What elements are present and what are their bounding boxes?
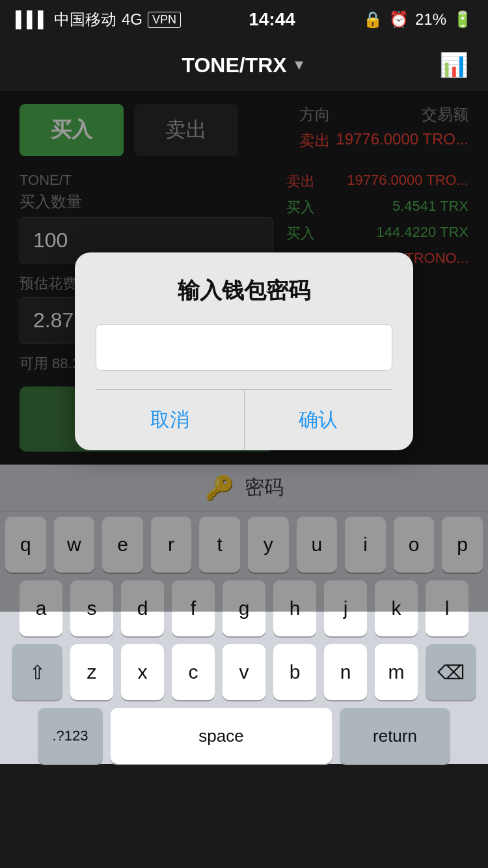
space-key[interactable]: space [111, 708, 332, 764]
return-key[interactable]: return [340, 708, 450, 764]
key-x[interactable]: x [121, 644, 164, 700]
key-m[interactable]: m [375, 644, 418, 700]
status-left: ▌▌▌ 中国移动 4G VPN [16, 9, 181, 30]
dialog-box: 输入钱包密码 取消 确认 [75, 252, 413, 450]
header-title[interactable]: TONE/TRX ▼ [182, 53, 306, 77]
alarm-icon: ⏰ [389, 10, 409, 29]
time-display: 14:44 [249, 9, 295, 30]
status-right: 🔒 ⏰ 21% 🔋 [363, 10, 472, 29]
symbol-key[interactable]: .?123 [38, 708, 103, 764]
battery-icon: 🔋 [453, 10, 472, 29]
cancel-button[interactable]: 取消 [96, 390, 245, 450]
chart-icon[interactable]: 📊 [439, 51, 468, 79]
key-n[interactable]: n [324, 644, 367, 700]
confirm-button[interactable]: 确认 [245, 390, 393, 450]
dropdown-icon: ▼ [292, 57, 306, 74]
signal-icon: ▌▌▌ [16, 10, 49, 29]
header: TONE/TRX ▼ 📊 [0, 39, 488, 91]
bottom-row: .?123 space return [0, 708, 488, 764]
shift-key[interactable]: ⇧ [12, 644, 62, 700]
dialog-buttons: 取消 确认 [96, 389, 392, 450]
backspace-key[interactable]: ⌫ [426, 644, 476, 700]
vpn-label: VPN [148, 12, 181, 28]
key-c[interactable]: c [172, 644, 215, 700]
battery-label: 21% [415, 10, 446, 29]
password-input[interactable] [96, 324, 392, 371]
status-bar: ▌▌▌ 中国移动 4G VPN 14:44 🔒 ⏰ 21% 🔋 [0, 0, 488, 39]
key-row-3: ⇧zxcvbnm⌫ [5, 644, 483, 700]
key-b[interactable]: b [273, 644, 316, 700]
dialog-title: 输入钱包密码 [96, 276, 392, 306]
lock-icon: 🔒 [363, 10, 383, 29]
dialog-overlay: 输入钱包密码 取消 确认 [0, 91, 488, 612]
key-z[interactable]: z [70, 644, 113, 700]
pair-title: TONE/TRX [182, 53, 287, 77]
carrier-label: 中国移动 [54, 9, 116, 30]
key-v[interactable]: v [223, 644, 265, 700]
network-label: 4G [122, 10, 142, 29]
